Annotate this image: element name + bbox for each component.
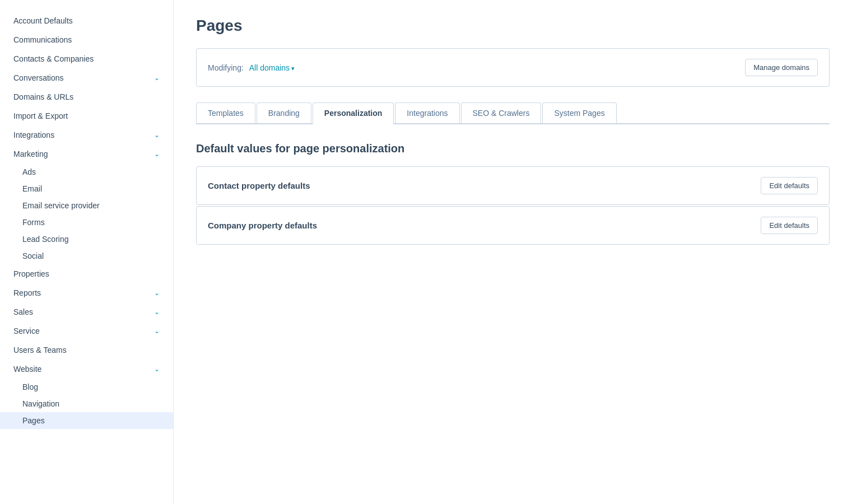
sidebar-item-contacts-companies[interactable]: Contacts & Companies	[0, 49, 173, 68]
chevron-down-icon: ⌄	[154, 289, 160, 297]
sidebar-item-marketing[interactable]: Marketing ⌄	[0, 144, 173, 164]
tabs: Templates Branding Personalization Integ…	[196, 102, 830, 124]
tab-integrations[interactable]: Integrations	[395, 102, 459, 123]
sidebar-subitem-pages[interactable]: Pages	[0, 412, 173, 429]
modifying-label: Modifying: All domains ▾	[208, 63, 295, 72]
sidebar-item-sales[interactable]: Sales ⌄	[0, 302, 173, 321]
page-title: Pages	[196, 17, 830, 35]
sidebar-subitem-social[interactable]: Social	[0, 248, 173, 264]
contact-edit-defaults-button[interactable]: Edit defaults	[761, 177, 818, 194]
sidebar-subitem-navigation[interactable]: Navigation	[0, 395, 173, 412]
sidebar: Account Defaults Communications Contacts…	[0, 0, 174, 504]
sidebar-item-conversations[interactable]: Conversations ⌄	[0, 68, 173, 87]
contact-property-defaults-card: Contact property defaults Edit defaults	[196, 166, 830, 205]
chevron-down-icon: ⌄	[154, 131, 160, 139]
main-content: Pages Modifying: All domains ▾ Manage do…	[174, 0, 852, 504]
chevron-down-icon: ⌄	[154, 308, 160, 316]
sidebar-subitem-ads[interactable]: Ads	[0, 164, 173, 180]
company-property-defaults-label: Company property defaults	[208, 221, 317, 230]
chevron-down-icon: ⌄	[154, 327, 160, 335]
sidebar-subitem-lead-scoring[interactable]: Lead Scoring	[0, 231, 173, 248]
sidebar-item-website[interactable]: Website ⌄	[0, 360, 173, 379]
contact-property-defaults-label: Contact property defaults	[208, 181, 310, 190]
sidebar-item-properties[interactable]: Properties	[0, 264, 173, 283]
sidebar-subitem-blog[interactable]: Blog	[0, 379, 173, 395]
sidebar-item-users-teams[interactable]: Users & Teams	[0, 340, 173, 360]
section-heading: Default values for page personalization	[196, 142, 830, 155]
sidebar-item-domains-urls[interactable]: Domains & URLs	[0, 87, 173, 106]
sidebar-item-service[interactable]: Service ⌄	[0, 321, 173, 340]
tab-personalization[interactable]: Personalization	[313, 102, 394, 124]
chevron-down-icon: ⌄	[154, 150, 160, 158]
sidebar-subitem-email[interactable]: Email	[0, 180, 173, 197]
sidebar-item-account-defaults[interactable]: Account Defaults	[0, 11, 173, 30]
sidebar-item-communications[interactable]: Communications	[0, 30, 173, 49]
sidebar-subitem-forms[interactable]: Forms	[0, 214, 173, 231]
chevron-down-icon: ⌄	[154, 365, 160, 373]
tab-seo-crawlers[interactable]: SEO & Crawlers	[461, 102, 542, 123]
tab-system-pages[interactable]: System Pages	[542, 102, 616, 123]
tab-branding[interactable]: Branding	[257, 102, 311, 123]
sidebar-item-reports[interactable]: Reports ⌄	[0, 283, 173, 302]
sidebar-item-integrations[interactable]: Integrations ⌄	[0, 125, 173, 144]
sidebar-subitem-email-service-provider[interactable]: Email service provider	[0, 197, 173, 214]
sidebar-item-import-export[interactable]: Import & Export	[0, 106, 173, 125]
manage-domains-button[interactable]: Manage domains	[745, 59, 818, 76]
company-property-defaults-card: Company property defaults Edit defaults	[196, 206, 830, 245]
modifying-bar: Modifying: All domains ▾ Manage domains	[196, 48, 830, 87]
tab-templates[interactable]: Templates	[196, 102, 255, 123]
company-edit-defaults-button[interactable]: Edit defaults	[761, 217, 818, 234]
domain-selector[interactable]: All domains	[249, 63, 290, 72]
chevron-down-icon: ⌄	[154, 74, 160, 82]
